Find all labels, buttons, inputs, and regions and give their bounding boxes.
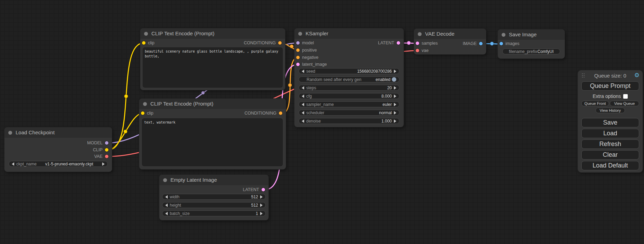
widget-value: euler: [382, 102, 392, 107]
steps-widget[interactable]: steps 20: [299, 85, 399, 91]
output-port-latent[interactable]: [397, 41, 400, 45]
input-port-vae[interactable]: [416, 49, 419, 52]
output-label-vae: VAE: [94, 153, 103, 160]
output-port-clip[interactable]: [105, 148, 108, 152]
collapse-dot-icon[interactable]: [143, 102, 147, 106]
node-titlebar[interactable]: Load Checkpoint: [5, 127, 112, 138]
node-graph-canvas[interactable]: Load Checkpoint MODEL CLIP VAE ckpt_name…: [0, 0, 644, 244]
node-titlebar[interactable]: CLIP Text Encode (Prompt): [139, 99, 286, 109]
link-midpoint-dot: [490, 42, 494, 46]
widget-value: 512: [251, 195, 258, 199]
widget-label: ckpt_name: [16, 162, 37, 166]
increment-arrow-icon[interactable]: [394, 70, 396, 73]
clear-button[interactable]: Clear: [581, 150, 639, 160]
output-port-model[interactable]: [105, 141, 108, 145]
input-port-images[interactable]: [500, 42, 503, 45]
node-clip-text-encode-positive[interactable]: CLIP Text Encode (Prompt) clip CONDITION…: [140, 28, 285, 90]
filename-prefix-widget[interactable]: filename_prefix ComfyUI: [502, 48, 560, 54]
queue-menu-panel[interactable]: Queue size: 0 ⚙ Queue Prompt Extra optio…: [578, 70, 643, 172]
decrement-arrow-icon[interactable]: [302, 70, 304, 73]
sampler-name-widget[interactable]: sampler_name euler: [299, 101, 399, 107]
widget-label: height: [170, 203, 181, 208]
node-titlebar[interactable]: Empty Latent Image: [159, 175, 268, 185]
increment-arrow-icon[interactable]: [102, 162, 105, 166]
output-port-image[interactable]: [479, 42, 483, 45]
collapse-dot-icon[interactable]: [298, 32, 302, 36]
prompt-textarea[interactable]: text, watermark: [142, 119, 282, 166]
batch-size-widget[interactable]: batch_size 1: [162, 210, 266, 216]
ckpt-name-widget[interactable]: ckpt_name v1-5-pruned-emaonly.ckpt: [9, 161, 108, 167]
output-port-latent[interactable]: [262, 188, 265, 191]
node-vae-decode[interactable]: VAE Decode samples vae IMAGE: [414, 29, 486, 54]
increment-arrow-icon[interactable]: [394, 103, 396, 106]
collapse-dot-icon[interactable]: [144, 32, 148, 36]
input-port-positive[interactable]: [296, 48, 300, 52]
increment-arrow-icon[interactable]: [260, 195, 263, 199]
decrement-arrow-icon[interactable]: [165, 195, 168, 199]
output-label-conditioning: CONDITIONING: [245, 110, 276, 117]
seed-widget[interactable]: seed 156680208700286: [299, 68, 399, 74]
collapse-dot-icon[interactable]: [163, 178, 167, 182]
node-load-checkpoint[interactable]: Load Checkpoint MODEL CLIP VAE ckpt_name…: [5, 127, 112, 172]
extra-options-checkbox[interactable]: [623, 94, 628, 99]
height-widget[interactable]: height 512: [162, 202, 266, 208]
queue-front-button[interactable]: Queue Front: [581, 101, 609, 106]
increment-arrow-icon[interactable]: [394, 94, 396, 98]
decrement-arrow-icon[interactable]: [302, 111, 304, 115]
denoise-widget[interactable]: denoise 1.000: [299, 118, 399, 124]
node-titlebar[interactable]: KSampler: [294, 28, 404, 39]
link-midpoint-dot: [124, 94, 128, 98]
view-queue-button[interactable]: View Queue: [610, 101, 639, 106]
increment-arrow-icon[interactable]: [260, 204, 263, 207]
load-default-button[interactable]: Load Default: [581, 161, 639, 170]
increment-arrow-icon[interactable]: [394, 86, 396, 90]
input-port-latent-image[interactable]: [296, 63, 300, 66]
decrement-arrow-icon[interactable]: [165, 204, 168, 207]
decrement-arrow-icon[interactable]: [302, 86, 304, 90]
widget-label: denoise: [306, 119, 321, 124]
cfg-widget[interactable]: cfg 8.000: [299, 93, 399, 99]
output-label-model: MODEL: [87, 139, 103, 146]
decrement-arrow-icon[interactable]: [12, 162, 14, 166]
save-button[interactable]: Save: [581, 118, 639, 127]
input-port-negative[interactable]: [296, 56, 300, 59]
node-ksampler[interactable]: KSampler model positive negative latent_…: [294, 28, 404, 127]
node-titlebar[interactable]: Save Image: [498, 29, 565, 40]
node-title: CLIP Text Encode (Prompt): [150, 101, 213, 107]
collapse-dot-icon[interactable]: [418, 32, 422, 36]
increment-arrow-icon[interactable]: [260, 212, 263, 215]
scheduler-widget[interactable]: scheduler normal: [299, 110, 399, 116]
node-title: CLIP Text Encode (Prompt): [151, 30, 214, 36]
input-label-negative: negative: [302, 55, 318, 60]
link-midpoint-dot: [124, 130, 127, 134]
queue-prompt-button[interactable]: Queue Prompt: [581, 81, 639, 91]
output-port-vae[interactable]: [105, 155, 108, 158]
widget-label: Random seed after every gen: [307, 77, 361, 82]
output-port-conditioning[interactable]: [278, 41, 282, 45]
node-clip-text-encode-negative[interactable]: CLIP Text Encode (Prompt) clip CONDITION…: [139, 99, 286, 169]
decrement-arrow-icon[interactable]: [302, 103, 304, 106]
node-titlebar[interactable]: VAE Decode: [414, 29, 486, 39]
widget-value: 512: [251, 203, 258, 208]
output-label-image: IMAGE: [463, 40, 477, 47]
random-seed-toggle-widget[interactable]: Random seed after every gen enabled: [299, 76, 399, 82]
increment-arrow-icon[interactable]: [394, 119, 396, 123]
prompt-textarea[interactable]: beautiful scenery nature glass bottle la…: [143, 48, 282, 87]
node-empty-latent-image[interactable]: Empty Latent Image LATENT width 512 heig…: [159, 175, 268, 220]
decrement-arrow-icon[interactable]: [302, 119, 304, 123]
collapse-dot-icon[interactable]: [502, 33, 505, 37]
node-title: Load Checkpoint: [16, 129, 55, 135]
output-port-conditioning[interactable]: [279, 111, 282, 115]
toggle-dot-icon[interactable]: [392, 77, 396, 82]
collapse-dot-icon[interactable]: [8, 131, 12, 135]
load-button[interactable]: Load: [581, 129, 639, 138]
view-history-button[interactable]: View History: [596, 108, 625, 113]
node-titlebar[interactable]: CLIP Text Encode (Prompt): [140, 28, 285, 39]
width-widget[interactable]: width 512: [162, 194, 266, 200]
decrement-arrow-icon[interactable]: [165, 212, 168, 215]
decrement-arrow-icon[interactable]: [302, 94, 304, 98]
node-save-image[interactable]: Save Image images filename_prefix ComfyU…: [498, 29, 565, 58]
refresh-button[interactable]: Refresh: [581, 139, 639, 149]
increment-arrow-icon[interactable]: [394, 111, 396, 115]
settings-gear-icon[interactable]: ⚙: [634, 72, 639, 78]
